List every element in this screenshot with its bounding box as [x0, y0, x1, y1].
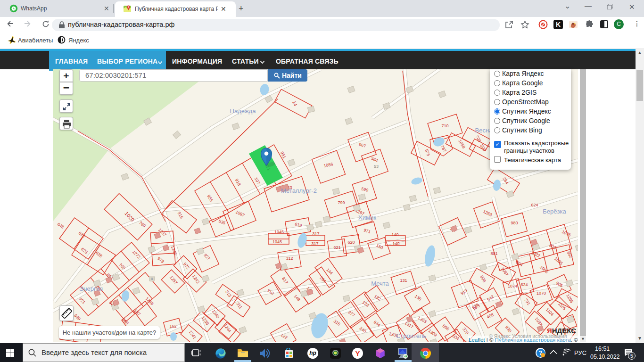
svg-text:Надежда: Надежда	[230, 107, 256, 115]
svg-text:Металлург-2: Металлург-2	[281, 187, 317, 194]
svg-text:624: 624	[531, 203, 538, 207]
svg-text:799: 799	[338, 200, 345, 205]
svg-text:162: 162	[169, 324, 176, 329]
svg-text:710: 710	[441, 123, 448, 128]
svg-text:Химик: Химик	[358, 214, 376, 221]
svg-text:317: 317	[311, 241, 318, 246]
svg-text:131: 131	[400, 278, 407, 283]
svg-text:1074: 1074	[508, 284, 517, 288]
svg-text:53: 53	[374, 164, 379, 169]
svg-text:621: 621	[333, 245, 340, 250]
svg-text:620: 620	[347, 240, 355, 245]
svg-text:980: 980	[511, 221, 518, 225]
svg-text:Строитель: Строитель	[396, 332, 426, 339]
svg-text:Мечта: Мечта	[371, 280, 389, 287]
svg-text:1045: 1045	[272, 239, 282, 244]
svg-text:312: 312	[286, 256, 293, 261]
svg-text:Берёзка: Берёзка	[543, 208, 566, 215]
svg-text:Leaflet | © Публичная кадастро: Leaflet | © Публичная кадастровая карта,…	[469, 337, 578, 342]
svg-text:317: 317	[312, 231, 319, 236]
svg-text:Энергия: Энергия	[79, 285, 103, 292]
svg-text:1045: 1045	[274, 230, 284, 234]
svg-text:140: 140	[392, 241, 399, 246]
svg-text:8: 8	[151, 277, 153, 281]
svg-text:624: 624	[520, 282, 528, 287]
svg-text:801: 801	[490, 251, 497, 256]
svg-text:140: 140	[391, 232, 398, 237]
svg-text:1070: 1070	[537, 291, 546, 296]
